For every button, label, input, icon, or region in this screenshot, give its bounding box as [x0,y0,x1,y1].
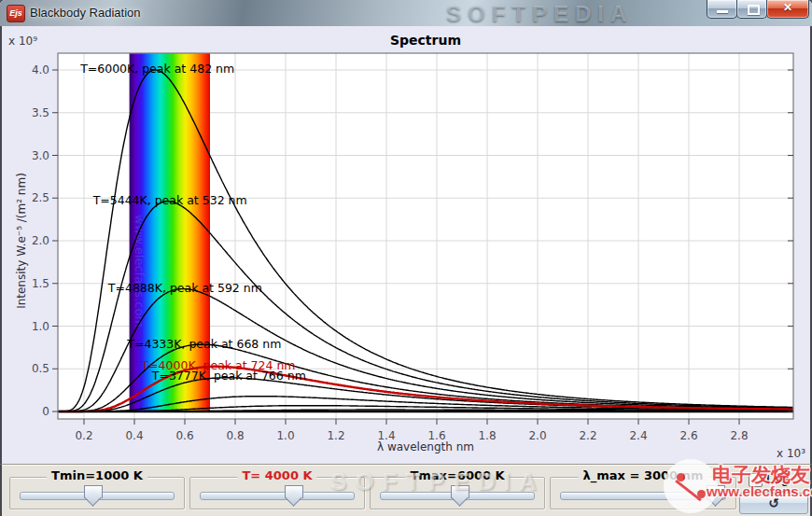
lambda-max-label: λ_max = 3000 nm [579,468,708,482]
app-window: SOFTPEDIA Ejs Blackbody Radiation ✕ www.… [0,0,812,516]
y-tick-label: 3.5 [32,106,49,119]
tmin-slider[interactable] [20,482,175,507]
y-tick-label: 0 [42,405,49,418]
minimize-button[interactable] [707,0,737,19]
minimize-icon [717,10,728,13]
y-tick-label: 3.0 [32,149,49,162]
chart-area: www.elecfans.comT=6000K, peak at 482 nmT… [0,26,812,464]
t-label: T= 4000 K [237,468,316,482]
curve-label: T=4000K, peak at 724 nm [140,358,295,372]
window-title: Blackbody Radiation [30,6,141,20]
curve-label: T=5444K, peak at 532 nm [92,193,247,207]
chart-title: Spectrum [58,33,793,48]
y-tick-label: 4.0 [32,63,49,77]
tmax-label: Tmax=6000 K [405,468,509,482]
tmax-slider[interactable] [380,482,535,507]
maximize-button[interactable] [736,0,767,19]
y-scale-label: x 10⁹ [8,35,37,48]
maximize-icon [748,5,760,15]
close-icon: ✕ [767,0,808,16]
t-slider-track[interactable] [200,492,355,500]
x-axis-title: λ wavelength nm [58,440,793,453]
lambda-max-slider-panel: λ_max = 3000 nm [550,477,736,509]
tmax-slider-panel: Tmax=6000 K [370,477,545,509]
tmin-label: Tmin=1000 K [47,468,147,482]
curve-label: T=4333K, peak at 668 nm [126,337,281,351]
y-tick-label: 1.0 [32,320,49,333]
reset-button[interactable]: ↺ [739,493,808,514]
log-scale-checkbox[interactable] [749,473,763,487]
y-tick-label: 2.0 [32,234,49,247]
tmin-slider-panel: Tmin=1000 K [9,477,185,509]
lambda-max-slider-track[interactable] [560,492,726,500]
t-slider-panel: T= 4000 K [189,477,365,509]
close-button[interactable]: ✕ [766,0,809,19]
lambda-max-slider-thumb[interactable] [707,485,725,498]
t-slider[interactable] [200,482,355,507]
t-slider-thumb[interactable] [285,485,303,498]
ejs-app-icon: Ejs [7,5,25,22]
curve-label: T=4888K, peak at 592 nm [107,281,262,295]
tmax-slider-thumb[interactable] [451,485,469,498]
title-bar[interactable]: SOFTPEDIA Ejs Blackbody Radiation ✕ [0,0,812,27]
lambda-max-slider[interactable] [560,482,726,507]
control-bar: SOFTPEDIA Tmin=1000 K T= 4000 K Tmax=600… [0,464,812,516]
curve-label: T=6000K, peak at 482 nm [79,62,234,76]
y-tick-label: 1.5 [32,277,49,290]
y-tick-label: 2.5 [32,191,49,204]
y-tick-label: 0.5 [32,362,49,375]
y-axis-title: Intensity W.e⁻⁵ /(m² nm) [15,173,28,309]
spectrum-plot: www.elecfans.comT=6000K, peak at 482 nmT… [2,26,810,464]
softpedia-watermark: SOFTPEDIA [446,1,633,27]
reset-icon: ↺ [768,495,779,510]
tmin-slider-thumb[interactable] [84,485,103,498]
